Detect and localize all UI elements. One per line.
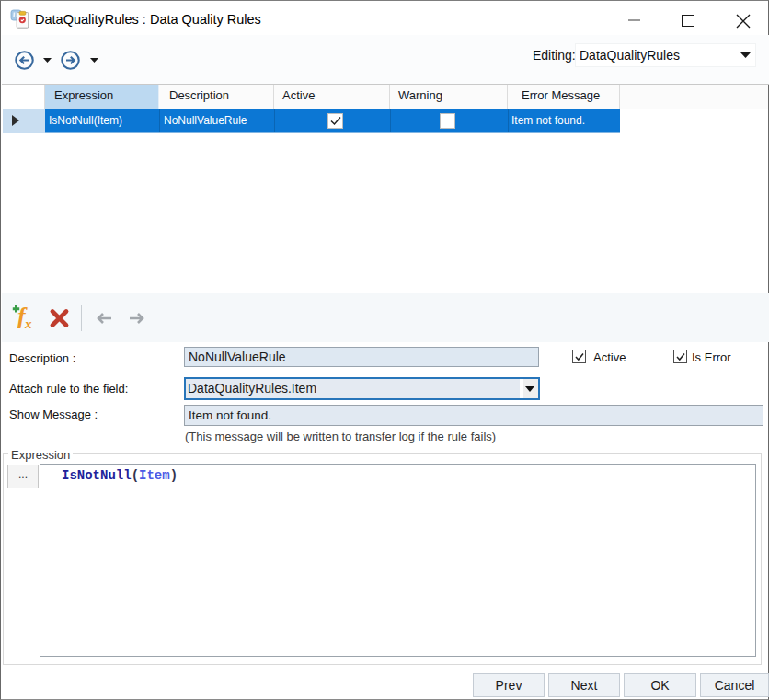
- svg-text:x: x: [24, 316, 32, 329]
